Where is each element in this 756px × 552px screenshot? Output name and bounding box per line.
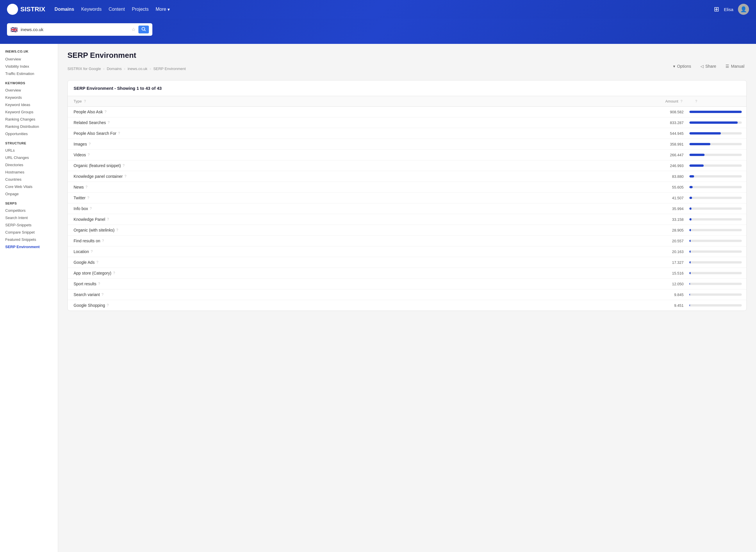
sidebar-item-serp-environment[interactable]: SERP Environment — [0, 243, 58, 250]
bar-background — [689, 186, 742, 188]
nav-projects[interactable]: Projects — [132, 7, 148, 12]
bar-fill — [689, 164, 704, 167]
sidebar-item-ranking-distribution[interactable]: Ranking Distribution — [0, 123, 58, 130]
avatar[interactable]: 👤 — [738, 4, 749, 15]
row-help-icon[interactable]: ? — [104, 110, 106, 114]
type-label-text: Find results on — [74, 239, 100, 243]
bar-cell — [688, 279, 746, 289]
amount-cell: 833.287 — [496, 117, 688, 128]
bar-cell — [688, 139, 746, 150]
sidebar-item-opportunities[interactable]: Opportunities — [0, 130, 58, 137]
row-help-icon[interactable]: ? — [124, 174, 126, 178]
nav-domains[interactable]: Domains — [55, 7, 75, 12]
sidebar-item-url-changes[interactable]: URL Changes — [0, 154, 58, 161]
row-help-icon[interactable]: ? — [123, 164, 125, 168]
sidebar-item-keyword-ideas[interactable]: Keyword Ideas — [0, 101, 58, 108]
row-help-icon[interactable]: ? — [107, 303, 109, 307]
table-row: Info box ? 35.994 — [68, 203, 746, 214]
table-row: Google Shopping ? 9.451 — [68, 300, 746, 311]
row-help-icon[interactable]: ? — [87, 196, 89, 200]
bar-background — [689, 143, 742, 145]
manual-button[interactable]: ☰ Manual — [723, 63, 747, 70]
bar-background — [689, 175, 742, 177]
amount-cell: 20.557 — [496, 236, 688, 246]
row-help-icon[interactable]: ? — [108, 121, 110, 125]
country-flag[interactable]: 🇬🇧 — [10, 26, 18, 33]
svg-line-1 — [10, 10, 12, 12]
sidebar-item-overview-kw[interactable]: Overview — [0, 87, 58, 94]
row-help-icon[interactable]: ? — [91, 250, 93, 254]
sidebar-item-core-web-vitals[interactable]: Core Web Vitals — [0, 183, 58, 190]
domain-section-title: INEWS.CO.UK — [0, 48, 58, 55]
row-help-icon[interactable]: ? — [101, 293, 104, 297]
sidebar-item-serp-snippets[interactable]: SERP-Snippets — [0, 222, 58, 229]
row-help-icon[interactable]: ? — [86, 185, 88, 189]
bar-background — [689, 261, 742, 264]
type-cell: Search variant ? — [68, 289, 496, 300]
amount-cell: 358.991 — [496, 139, 688, 150]
sidebar-item-traffic-estimation[interactable]: Traffic Estimation — [0, 70, 58, 77]
options-button[interactable]: ▾ Options — [671, 63, 693, 70]
sidebar-item-onpage[interactable]: Onpage — [0, 190, 58, 197]
sidebar-item-countries[interactable]: Countries — [0, 176, 58, 183]
share-button[interactable]: ◁ Share — [698, 63, 719, 70]
toolbar: ▾ Options ◁ Share ☰ Manual — [671, 63, 747, 70]
amount-cell: 55.605 — [496, 182, 688, 192]
sidebar-item-compare-snippet[interactable]: Compare Snippet — [0, 229, 58, 236]
sidebar-item-visibility-index[interactable]: Visibility Index — [0, 63, 58, 70]
type-cell: App store (Category) ? — [68, 268, 496, 279]
bar-cell — [688, 214, 746, 225]
manual-icon: ☰ — [726, 64, 729, 68]
favorite-icon[interactable]: ☆ — [131, 27, 135, 32]
breadcrumb-domain[interactable]: inews.co.uk — [128, 66, 147, 71]
nav-keywords[interactable]: Keywords — [81, 7, 101, 12]
amount-cell: 41.507 — [496, 192, 688, 203]
search-button[interactable] — [138, 26, 149, 33]
type-help-icon[interactable]: ? — [84, 99, 86, 104]
breadcrumb-domains[interactable]: Domains — [107, 66, 121, 71]
amount-help-icon[interactable]: ? — [680, 99, 682, 104]
sidebar-item-urls[interactable]: URLs — [0, 147, 58, 154]
sidebar-item-featured-snippets[interactable]: Featured Snippets — [0, 236, 58, 243]
table-row: Knowledge panel container ? 83.880 — [68, 171, 746, 182]
bar-fill — [689, 186, 692, 188]
row-help-icon[interactable]: ? — [96, 260, 98, 264]
sidebar-item-search-intent[interactable]: Search Intent — [0, 214, 58, 222]
row-help-icon[interactable]: ? — [102, 239, 104, 243]
sidebar-item-competitors[interactable]: Competitors — [0, 207, 58, 214]
main-content: SERP Environment SISTRIX for Google › Do… — [58, 44, 756, 552]
bar-cell — [688, 257, 746, 268]
row-help-icon[interactable]: ? — [113, 271, 115, 275]
svg-line-3 — [144, 30, 146, 31]
type-label-text: Location — [74, 249, 89, 254]
amount-cell: 28.905 — [496, 225, 688, 236]
bar-help-icon[interactable]: ? — [695, 99, 697, 104]
row-help-icon[interactable]: ? — [118, 131, 120, 135]
sidebar-item-hostnames[interactable]: Hostnames — [0, 168, 58, 176]
bar-background — [689, 164, 742, 167]
breadcrumb-sep-1: › — [103, 66, 104, 71]
sidebar-item-ranking-changes[interactable]: Ranking Changes — [0, 116, 58, 123]
row-help-icon[interactable]: ? — [98, 282, 100, 286]
bar-background — [689, 208, 742, 210]
breadcrumb-sistrix[interactable]: SISTRIX for Google — [68, 66, 101, 71]
sidebar-item-keyword-groups[interactable]: Keyword Groups — [0, 108, 58, 116]
nav-content[interactable]: Content — [108, 7, 125, 12]
table-row: Organic (with sitelinks) ? 28.905 — [68, 225, 746, 236]
bar-cell — [688, 300, 746, 311]
row-help-icon[interactable]: ? — [116, 228, 118, 232]
search-input[interactable] — [21, 27, 128, 32]
logo[interactable]: SISTRIX — [7, 4, 45, 15]
sidebar-item-directories[interactable]: Directories — [0, 161, 58, 168]
nav-more[interactable]: More ▾ — [155, 7, 170, 12]
row-help-icon[interactable]: ? — [88, 153, 90, 157]
row-help-icon[interactable]: ? — [107, 217, 109, 222]
row-help-icon[interactable]: ? — [89, 142, 91, 146]
row-help-icon[interactable]: ? — [90, 206, 92, 211]
table-header: SERP Environment - Showing 1 to 43 of 43 — [68, 81, 746, 96]
table-row: Find results on ? 20.557 — [68, 236, 746, 246]
sidebar-item-keywords[interactable]: Keywords — [0, 94, 58, 101]
table-row: News ? 55.605 — [68, 182, 746, 192]
sidebar-item-overview-domain[interactable]: Overview — [0, 55, 58, 63]
grid-icon[interactable]: ⊞ — [714, 6, 719, 13]
